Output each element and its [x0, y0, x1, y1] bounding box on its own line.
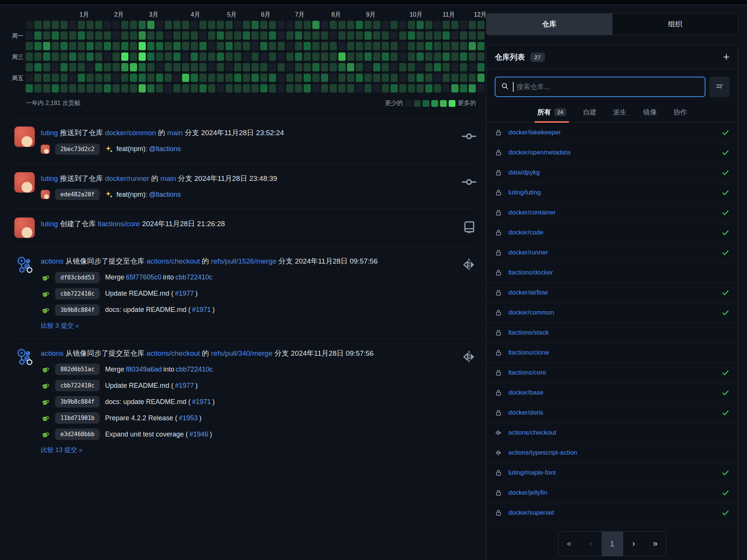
pagination-last[interactable]: »: [645, 532, 666, 556]
pagination-prev[interactable]: ‹: [580, 532, 602, 556]
avatar[interactable]: [41, 145, 50, 154]
repo-link[interactable]: docker/airflow: [508, 289, 548, 296]
repo-row[interactable]: ltactions/core: [486, 363, 738, 383]
commit-hash-badge[interactable]: cbb722410c: [55, 380, 100, 391]
repo-row[interactable]: docker/openmetadata: [486, 142, 738, 162]
commit-hash-badge[interactable]: ede482a20f: [55, 189, 100, 200]
text-link[interactable]: #1971: [192, 398, 211, 406]
commit-hash-badge[interactable]: 802d6b51ac: [55, 364, 100, 375]
text-link[interactable]: cbb722410c: [175, 273, 212, 281]
panel-tab-repositories[interactable]: 仓库: [486, 13, 612, 35]
text-link[interactable]: actions: [41, 257, 63, 265]
search-input[interactable]: [516, 83, 699, 91]
text-link[interactable]: #1953: [179, 414, 198, 422]
repo-row[interactable]: docker/superset: [486, 503, 738, 523]
repo-row[interactable]: ltactions/clone: [486, 342, 738, 363]
compare-commits-link[interactable]: 比较 3 提交 »: [41, 321, 453, 330]
repo-link[interactable]: docker/doris: [508, 409, 543, 417]
repo-link[interactable]: docker/lakekeeper: [508, 129, 561, 136]
repo-link[interactable]: ltactions/core: [508, 369, 546, 376]
workflow-avatar[interactable]: [14, 255, 35, 275]
repo-filter-tab-4[interactable]: 协作: [673, 103, 688, 122]
avatar[interactable]: [14, 127, 35, 147]
text-link[interactable]: luting: [41, 129, 58, 137]
repo-link[interactable]: docker/runner: [508, 249, 548, 256]
repo-row[interactable]: docker/base: [486, 383, 738, 403]
repo-link[interactable]: actions/typescript-action: [508, 449, 577, 457]
commit-hash-badge[interactable]: 2bec73d2c2: [55, 143, 100, 155]
avatar[interactable]: [41, 190, 50, 199]
compare-commits-link[interactable]: 比较 13 提交 »: [41, 446, 453, 454]
repo-link[interactable]: docker/openmetadata: [508, 149, 570, 156]
repo-link[interactable]: docker/superset: [508, 509, 554, 517]
text-link[interactable]: #1971: [192, 306, 211, 314]
add-repo-button[interactable]: +: [723, 51, 730, 63]
repo-link[interactable]: luting/luting: [508, 189, 541, 196]
text-link[interactable]: main: [167, 129, 183, 137]
text-link[interactable]: ltactions/core: [98, 220, 140, 228]
commit-hash-badge[interactable]: 3b9b8c884f: [55, 304, 100, 316]
text-link[interactable]: #1977: [175, 382, 194, 390]
repo-row[interactable]: docker/common: [486, 302, 738, 322]
filter-button[interactable]: [709, 77, 730, 97]
text-link[interactable]: main: [161, 174, 176, 182]
avatar[interactable]: [14, 218, 35, 238]
repo-link[interactable]: luting/maple-font: [508, 469, 556, 477]
commit-hash-badge[interactable]: df03cbdd53: [55, 272, 100, 283]
text-link[interactable]: actions/checkout: [147, 349, 200, 357]
panel-tab-organizations[interactable]: 组织: [612, 13, 738, 35]
repo-filter-tab-3[interactable]: 镜像: [642, 103, 657, 122]
commit-hash-badge[interactable]: 11bd71901b: [55, 412, 100, 424]
commit-hash-badge[interactable]: e3d2460bbb: [55, 429, 100, 440]
text-link[interactable]: 65f77605c0: [126, 273, 161, 281]
repo-row[interactable]: docker/lakekeeper: [486, 123, 738, 142]
repo-link[interactable]: data/dpykg: [508, 169, 540, 176]
repo-link[interactable]: docker/container: [508, 209, 556, 216]
text-link[interactable]: luting: [41, 220, 58, 228]
text-link[interactable]: f80349a6ad: [126, 366, 162, 373]
text-link[interactable]: @ltactions: [149, 145, 181, 153]
repo-row[interactable]: docker/code: [486, 222, 738, 242]
text-link[interactable]: #1977: [175, 290, 194, 298]
repo-link[interactable]: ltactions/stack: [508, 329, 549, 336]
repo-link[interactable]: docker/common: [508, 309, 554, 316]
repo-link[interactable]: ltactions/clone: [508, 349, 549, 356]
repo-row[interactable]: docker/container: [486, 202, 738, 222]
text-link[interactable]: docker/runner: [105, 174, 149, 182]
commit-hash-badge[interactable]: cbb722410c: [55, 288, 100, 299]
text-link[interactable]: cbb722410c: [176, 366, 213, 373]
text-link[interactable]: luting: [41, 174, 58, 182]
commit-hash-badge[interactable]: 3b9b8c884f: [55, 396, 100, 407]
repo-row[interactable]: docker/doris: [486, 403, 738, 423]
workflow-avatar[interactable]: [14, 347, 35, 367]
pagination-next[interactable]: ›: [623, 532, 645, 556]
repo-row[interactable]: ltactions/stack: [486, 322, 738, 342]
text-link[interactable]: refs/pull/1526/merge: [211, 257, 276, 265]
repo-link[interactable]: actions/checkout: [508, 429, 556, 437]
repo-row[interactable]: luting/luting: [486, 182, 738, 202]
repo-filter-tab-1[interactable]: 自建: [582, 103, 597, 122]
repo-row[interactable]: actions/typescript-action: [486, 443, 738, 463]
repo-link[interactable]: docker/base: [508, 389, 543, 396]
repo-filter-tab-0[interactable]: 所有24: [537, 103, 567, 122]
repo-row[interactable]: ltactions/docker: [486, 262, 738, 282]
repo-row[interactable]: data/dpykg: [486, 162, 738, 182]
text-link[interactable]: #1946: [189, 430, 208, 438]
avatar[interactable]: [14, 172, 35, 193]
text-link[interactable]: actions: [41, 349, 63, 357]
repo-link[interactable]: ltactions/docker: [508, 269, 553, 276]
repo-row[interactable]: docker/jellyfin: [486, 483, 738, 503]
text-link[interactable]: @ltactions: [149, 191, 181, 199]
text-link[interactable]: docker/common: [105, 129, 156, 137]
text-link[interactable]: refs/pull/340/merge: [211, 349, 273, 357]
pagination-first[interactable]: «: [559, 532, 580, 556]
repo-row[interactable]: actions/checkout: [486, 423, 738, 443]
repo-link[interactable]: docker/code: [508, 229, 543, 236]
repo-row[interactable]: docker/airflow: [486, 282, 738, 302]
repo-row[interactable]: luting/maple-font: [486, 463, 738, 483]
repo-row[interactable]: docker/runner: [486, 242, 738, 262]
repo-link[interactable]: docker/jellyfin: [508, 489, 547, 497]
repo-search-box[interactable]: [495, 77, 705, 97]
text-link[interactable]: actions/checkout: [147, 257, 200, 265]
repo-filter-tab-2[interactable]: 派生: [612, 103, 627, 122]
